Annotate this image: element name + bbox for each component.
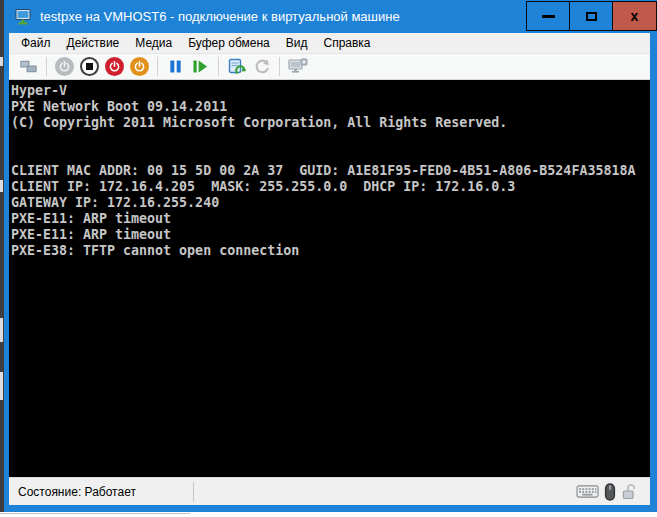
ctrl-alt-del-button[interactable] [16, 55, 41, 78]
stop-icon [80, 57, 99, 76]
console-line: PXE-E11: ARP timeout [11, 227, 650, 243]
menu-view[interactable]: Вид [278, 34, 316, 52]
console-line: PXE Network Boot 09.14.2011 [11, 99, 650, 115]
revert-arrow-icon [254, 59, 270, 75]
toolbar [9, 53, 650, 80]
menu-file[interactable]: Файл [13, 34, 59, 52]
window-title: testpxe на VMHOST6 - подключение к вирту… [40, 9, 527, 24]
resume-button[interactable] [188, 55, 213, 78]
shutdown-power-icon [105, 57, 124, 76]
statusbar: Состояние: Работает [9, 477, 650, 505]
console-line: Hyper-V [11, 83, 650, 99]
console-line: PXE-E38: TFTP cannot open connection [11, 243, 650, 259]
start-power-icon [55, 57, 74, 76]
menu-help[interactable]: Справка [315, 34, 378, 52]
revert-button[interactable] [249, 55, 274, 78]
keyboard-icon [576, 484, 599, 499]
toolbar-separator [157, 57, 158, 76]
console-line: PXE-E11: ARP timeout [11, 211, 650, 227]
turn-off-button[interactable] [77, 55, 102, 78]
window-controls: x [527, 0, 657, 33]
enhanced-session-icon [288, 58, 308, 75]
background-window-border [0, 513, 190, 514]
statusbar-separator [193, 482, 194, 502]
save-power-icon [130, 57, 149, 76]
statusbar-indicators [576, 483, 637, 501]
shut-down-button[interactable] [102, 55, 127, 78]
vm-state-label: Состояние: Работает [9, 485, 193, 499]
start-button[interactable] [52, 55, 77, 78]
menu-media[interactable]: Медиа [127, 34, 180, 52]
ctrl-alt-del-icon [19, 59, 38, 75]
checkpoint-icon [228, 58, 246, 76]
console-line: (C) Copyright 2011 Microsoft Corporation… [11, 115, 650, 131]
toolbar-separator [218, 57, 219, 76]
console-line: CLIENT IP: 172.16.4.205 MASK: 255.255.0.… [11, 179, 650, 195]
pause-button[interactable] [163, 55, 188, 78]
vm-console-screen[interactable]: Hyper-V PXE Network Boot 09.14.2011 (C) … [9, 80, 650, 477]
checkpoint-button[interactable] [224, 55, 249, 78]
menubar: Файл Действие Медиа Буфер обмена Вид Спр… [9, 33, 650, 53]
vmconnect-window: testpxe на VMHOST6 - подключение к вирту… [4, 0, 657, 512]
mouse-icon [604, 483, 616, 501]
minimize-button[interactable] [526, 1, 570, 31]
menu-clipboard[interactable]: Буфер обмена [180, 34, 278, 52]
minimize-icon [542, 15, 555, 18]
save-button[interactable] [127, 55, 152, 78]
toolbar-separator [46, 57, 47, 76]
maximize-icon [586, 12, 597, 21]
resume-icon [192, 59, 209, 74]
maximize-button[interactable] [569, 1, 613, 31]
lock-open-icon [621, 483, 637, 500]
console-line [11, 131, 650, 147]
enhanced-session-button[interactable] [285, 55, 310, 78]
pause-icon [168, 59, 183, 74]
menu-action[interactable]: Действие [59, 34, 128, 52]
window-client-area: Файл Действие Медиа Буфер обмена Вид Спр… [4, 33, 657, 512]
console-line: GATEWAY IP: 172.16.255.240 [11, 195, 650, 211]
background-artifact [0, 180, 3, 192]
background-artifact [0, 318, 3, 342]
console-line [11, 147, 650, 163]
background-artifact [0, 372, 3, 400]
console-line: CLIENT MAC ADDR: 00 15 5D 00 2A 37 GUID:… [11, 163, 650, 179]
titlebar[interactable]: testpxe на VMHOST6 - подключение к вирту… [4, 0, 657, 33]
vm-monitor-icon [13, 7, 33, 27]
background-artifact [0, 57, 3, 66]
close-icon: x [631, 9, 639, 23]
toolbar-separator [279, 57, 280, 76]
close-button[interactable]: x [612, 1, 657, 31]
